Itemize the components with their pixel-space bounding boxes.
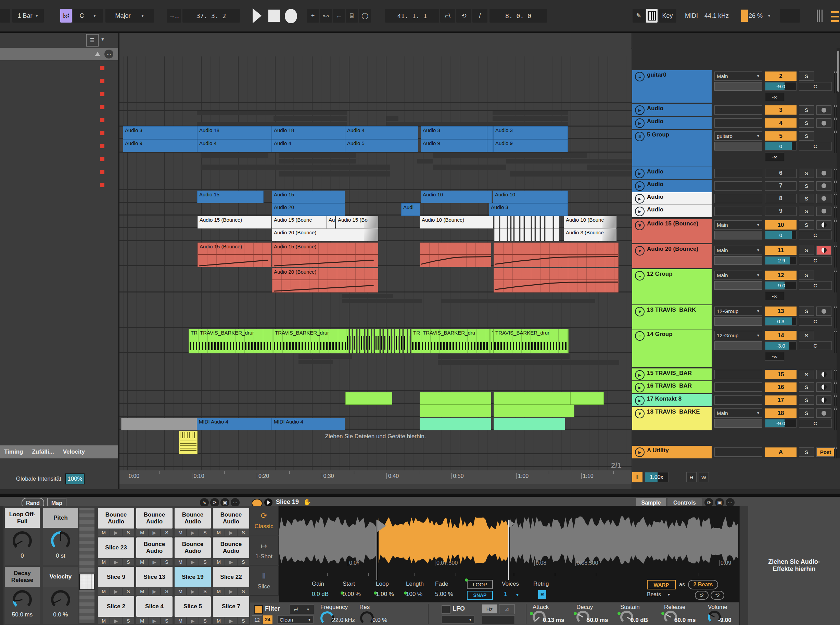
- loop-length-display[interactable]: 8. 0. 0: [489, 9, 547, 23]
- track-number-badge[interactable]: 12: [765, 271, 796, 280]
- loop-start-display[interactable]: 41. 1. 1: [385, 9, 439, 23]
- clip-sliver[interactable]: [384, 329, 387, 353]
- clip-sliver[interactable]: [536, 229, 540, 241]
- scale-menu[interactable]: Major▼: [106, 9, 154, 23]
- drum-pad-bounce-audio[interactable]: Bounce Audio: [213, 538, 249, 558]
- waveform-zoom-icon[interactable]: ⫴: [632, 472, 642, 482]
- output-routing-menu[interactable]: guitaro▼: [714, 131, 762, 141]
- clip[interactable]: Audio 3: [421, 126, 487, 139]
- warp-button[interactable]: WARP: [647, 580, 676, 589]
- track-header-16-travis-bar[interactable]: ▶16 TRAVIS_BAR16S: [632, 381, 840, 393]
- pan-box[interactable]: C: [799, 231, 832, 239]
- clip[interactable]: Audio 20: [272, 203, 345, 216]
- width-zoom-button[interactable]: W: [699, 472, 709, 482]
- env-value-attack[interactable]: 0.13 ms: [543, 617, 564, 623]
- macro-velocity[interactable]: Velocity0.0 %: [43, 567, 78, 623]
- clip-sliver[interactable]: [494, 229, 499, 241]
- track-number-badge[interactable]: 2: [765, 72, 796, 81]
- audio-effects-drop-zone[interactable]: Ziehen Sie Audio-Effekte hierhin: [748, 506, 840, 625]
- track-header-17-kontakt-8[interactable]: ▶17 Kontakt 817S: [632, 394, 840, 406]
- clip[interactable]: Audio 3 (Bounce: [564, 229, 617, 241]
- track-number-badge[interactable]: 11: [765, 246, 796, 255]
- mute-button[interactable]: M: [175, 617, 186, 624]
- param-value-start[interactable]: 0.00 %: [343, 591, 361, 598]
- draw-grid-icon[interactable]: ⌸: [346, 9, 358, 23]
- pan-box[interactable]: C: [799, 82, 832, 91]
- clip-sliver[interactable]: [520, 229, 524, 241]
- input-gain-box[interactable]: -∞: [765, 352, 784, 361]
- vertical-scrollbar[interactable]: [837, 48, 840, 472]
- clip-sliver[interactable]: [494, 216, 499, 229]
- volume-box[interactable]: -9.0: [765, 419, 796, 428]
- clip[interactable]: Audio 15 (Bounce): [198, 216, 271, 229]
- track-header-audio[interactable]: ▶Audio8S: [632, 192, 840, 205]
- warp-beats-button[interactable]: 2 Beats: [688, 580, 718, 589]
- clip[interactable]: Audio 15 (Bounce): [272, 243, 378, 267]
- clip[interactable]: Audio 15: [197, 191, 263, 203]
- send-box[interactable]: [714, 317, 762, 326]
- voices-menu[interactable]: 1: [504, 591, 507, 598]
- track-number-badge[interactable]: 5: [765, 131, 796, 141]
- track-number-badge[interactable]: 16: [765, 382, 796, 392]
- output-routing-menu[interactable]: [714, 395, 762, 405]
- solo-button[interactable]: S: [799, 220, 814, 230]
- play-button[interactable]: [252, 8, 262, 23]
- clip-sliver[interactable]: [520, 216, 524, 229]
- clip-sliver[interactable]: [404, 329, 407, 353]
- preview-play-button[interactable]: ▶: [110, 588, 122, 595]
- clip[interactable]: [487, 139, 493, 152]
- clip-sliver[interactable]: [511, 229, 513, 241]
- collapse-icon[interactable]: [95, 52, 100, 56]
- tab-timing[interactable]: Timing: [4, 448, 23, 456]
- send-box[interactable]: [714, 281, 762, 290]
- freeze-button[interactable]: [817, 395, 831, 405]
- link-icon[interactable]: ⧟: [320, 9, 332, 23]
- preview-play-button[interactable]: ▶: [148, 617, 160, 624]
- automation-curve[interactable]: [272, 280, 378, 292]
- volume-box[interactable]: -2.9: [765, 256, 796, 265]
- clip-sliver[interactable]: [514, 229, 519, 241]
- preview-play-button[interactable]: ▶: [187, 529, 198, 536]
- clip-sliver[interactable]: [500, 216, 507, 229]
- clip[interactable]: TR: [411, 329, 421, 353]
- solo-button[interactable]: S: [123, 588, 134, 595]
- clip[interactable]: TRAVIS_BARKER_drur: [493, 329, 569, 353]
- chevron-down-icon[interactable]: ▼: [101, 37, 105, 42]
- more-options-icon[interactable]: ⋯: [104, 50, 113, 59]
- solo-button[interactable]: S: [199, 617, 211, 624]
- retrig-button[interactable]: R: [538, 590, 546, 599]
- mute-button[interactable]: M: [98, 559, 109, 566]
- clip[interactable]: Audio 15 (Bo: [336, 216, 378, 229]
- clip-sliver[interactable]: [365, 329, 367, 353]
- param-value-length[interactable]: 100 %: [406, 591, 422, 598]
- clip[interactable]: TR: [189, 329, 198, 353]
- clip[interactable]: Audio 15 (Bounc: [272, 216, 327, 229]
- clip-sliver[interactable]: [392, 329, 394, 353]
- clip[interactable]: Audio 15: [272, 191, 345, 203]
- lfo-sync-button[interactable]: ⊿: [499, 605, 515, 614]
- freeze-button[interactable]: [817, 220, 831, 230]
- output-routing-menu[interactable]: Main▼: [714, 72, 762, 81]
- warp-mode-menu[interactable]: Beats▼: [647, 591, 684, 598]
- solo-button[interactable]: S: [799, 382, 814, 392]
- arm-button[interactable]: [817, 409, 831, 418]
- freeze-button[interactable]: [817, 246, 831, 255]
- send-box[interactable]: [714, 419, 762, 428]
- clip-sliver[interactable]: [353, 329, 356, 353]
- input-gain-box[interactable]: -∞: [765, 93, 784, 101]
- env-value-sustain[interactable]: 0.0 dB: [631, 617, 648, 623]
- clip[interactable]: Audio 10 (Bounc: [564, 216, 617, 229]
- filter-checkbox[interactable]: [254, 605, 263, 614]
- drum-pad-bounce-audio[interactable]: Bounce Audio: [175, 538, 211, 558]
- arm-button[interactable]: [817, 181, 831, 191]
- clip[interactable]: [494, 405, 574, 417]
- param-value-gain[interactable]: 0.0 dB: [312, 591, 329, 598]
- clip-sliver[interactable]: [545, 216, 553, 229]
- track-number-badge[interactable]: 6: [765, 169, 796, 178]
- mode-1-shot[interactable]: ↦1-Shot: [250, 536, 279, 566]
- stop-button[interactable]: [268, 9, 280, 22]
- clip-sliver[interactable]: [372, 329, 374, 353]
- solo-button[interactable]: S: [799, 409, 814, 418]
- clip-sliver[interactable]: [388, 329, 391, 353]
- drum-pad-bounce-audio[interactable]: Bounce Audio: [98, 508, 134, 529]
